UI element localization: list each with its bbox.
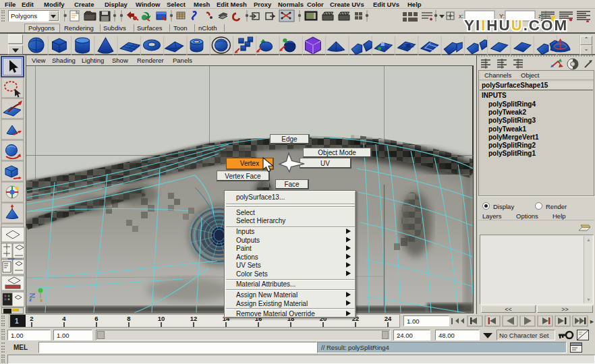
svg-text:24: 24	[385, 315, 392, 322]
svg-text:4: 4	[62, 315, 66, 322]
svg-text:YIIHUU.COM: YIIHUU.COM	[464, 17, 568, 34]
svg-text:2: 2	[30, 315, 33, 322]
svg-text:1: 1	[15, 317, 19, 325]
svg-text:6: 6	[94, 315, 98, 322]
svg-text:12: 12	[190, 315, 198, 322]
svg-text:►: ►	[589, 318, 595, 325]
svg-text:8: 8	[127, 315, 130, 322]
svg-text:x: x	[40, 297, 43, 303]
svg-text:10: 10	[158, 315, 165, 322]
